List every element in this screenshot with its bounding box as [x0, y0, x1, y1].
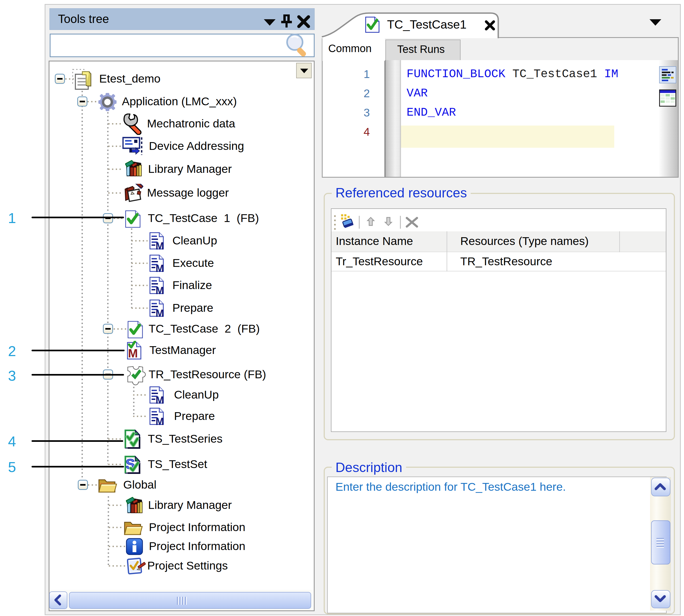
svg-text:M: M — [155, 308, 164, 318]
svg-text:M: M — [155, 240, 164, 250]
svg-text:M: M — [155, 263, 164, 273]
svg-text:M: M — [155, 416, 164, 426]
svg-text:M: M — [155, 395, 164, 405]
svg-text:M: M — [155, 285, 164, 295]
svg-text:M: M — [128, 347, 138, 360]
